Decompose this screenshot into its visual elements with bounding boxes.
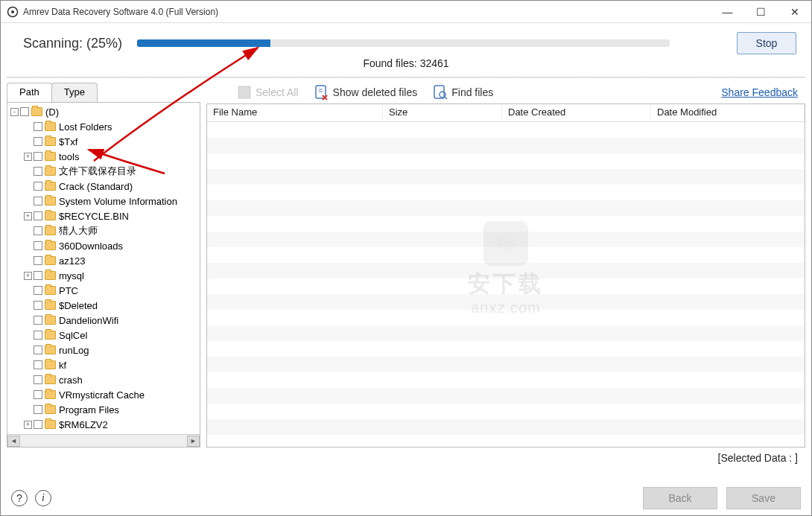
table-row[interactable] [207,294,805,310]
tree-item[interactable]: crash [7,372,200,387]
find-files-button[interactable]: Find files [432,84,493,101]
tree-item[interactable]: 360Downloads [7,238,200,253]
table-row[interactable] [207,341,805,357]
tree-item[interactable]: VRmysticraft Cache [7,387,200,402]
tree-checkbox[interactable] [34,211,42,220]
collapse-icon[interactable]: - [10,108,19,116]
tree-item[interactable]: $Deleted [7,298,200,313]
expand-icon[interactable]: + [24,212,32,220]
tree-checkbox[interactable] [34,390,42,399]
tree-checkbox[interactable] [34,360,42,369]
tree-item[interactable]: $Txf [7,134,200,149]
tree-item[interactable]: +mysql [7,268,200,283]
table-row[interactable] [207,138,805,153]
folder-icon [45,211,56,220]
tree-item[interactable]: PTC [7,283,200,298]
col-file-name[interactable]: File Name [207,104,383,121]
tree-item[interactable]: az123 [7,253,200,268]
tree-checkbox[interactable] [34,182,42,191]
table-row[interactable] [207,419,805,435]
tree-item-label: tools [59,151,79,162]
tree-item[interactable]: +$RECYCLE.BIN [7,208,200,223]
tree-item-label: crash [59,375,83,386]
table-row[interactable] [207,357,805,372]
table-row[interactable] [207,404,805,419]
table-row[interactable] [207,388,805,404]
share-feedback-link[interactable]: Share Feedback [721,86,802,98]
expand-icon[interactable]: + [24,421,32,429]
tree-item[interactable]: SqlCel [7,328,200,343]
table-row[interactable] [207,232,805,247]
folder-icon [45,137,56,146]
table-row[interactable] [207,372,805,388]
table-body[interactable] [207,122,805,447]
tree-checkbox[interactable] [34,256,42,265]
tree-item-label: (D) [45,106,59,118]
expand-icon[interactable]: + [24,153,32,161]
col-date-modified[interactable]: Date Modified [651,104,805,121]
tree-checkbox[interactable] [34,331,42,340]
tree-checkbox[interactable] [34,167,42,176]
tree-item[interactable]: Lost Folders [7,119,200,134]
help-button[interactable]: ? [11,490,28,506]
table-row[interactable] [207,278,805,294]
file-toolbar: Select All Show deleted files Find files… [206,83,805,102]
folder-tree[interactable]: -(D)Lost Folders$Txf+tools文件下载保存目录Crack … [7,102,200,447]
tree-checkbox[interactable] [34,375,42,384]
table-row[interactable] [207,263,805,278]
tree-item[interactable]: DandelionWifi [7,313,200,328]
tree-item[interactable]: System Volume Information [7,194,200,208]
table-row[interactable] [207,216,805,232]
tree-checkbox[interactable] [34,286,42,295]
info-button[interactable]: i [35,490,51,506]
maximize-button[interactable]: ☐ [744,1,778,23]
tree-checkbox[interactable] [34,226,42,235]
col-date-created[interactable]: Date Created [502,104,651,121]
tree-checkbox[interactable] [34,345,42,354]
folder-icon [45,331,56,340]
scroll-right-icon[interactable]: ► [187,436,200,447]
tab-path[interactable]: Path [7,83,52,102]
tree-horizontal-scrollbar[interactable]: ◄ ► [7,434,200,447]
tree-checkbox[interactable] [34,271,42,280]
back-button[interactable]: Back [643,487,717,509]
table-row[interactable] [207,200,805,216]
tree-item[interactable]: +$RM6LZV2 [7,417,200,432]
table-row[interactable] [207,310,805,325]
tree-item[interactable]: Program Files [7,402,200,417]
tree-checkbox[interactable] [34,197,42,206]
table-row[interactable] [207,122,805,138]
col-size[interactable]: Size [383,104,502,121]
table-row[interactable] [207,169,805,185]
tree-checkbox[interactable] [34,405,42,414]
tree-item[interactable]: -(D) [7,104,200,119]
tab-type[interactable]: Type [51,83,98,102]
tree-checkbox[interactable] [34,301,42,310]
tree-checkbox[interactable] [34,137,42,146]
table-row[interactable] [207,325,805,341]
tree-item[interactable]: kf [7,357,200,372]
stop-button[interactable]: Stop [737,32,796,54]
table-row[interactable] [207,185,805,200]
tree-checkbox[interactable] [34,316,42,325]
tree-item[interactable]: 文件下载保存目录 [7,164,200,179]
tree-item-label: $RECYCLE.BIN [59,211,129,222]
close-button[interactable]: ✕ [778,1,811,23]
tree-item[interactable]: +tools [7,149,200,164]
show-deleted-button[interactable]: Show deleted files [314,84,418,101]
expand-icon[interactable]: + [24,272,32,280]
table-row[interactable] [207,153,805,169]
tree-checkbox[interactable] [34,122,42,131]
table-row[interactable] [207,247,805,263]
tree-item[interactable]: 猎人大师 [7,223,200,238]
tree-checkbox[interactable] [34,241,42,250]
save-button[interactable]: Save [726,487,801,509]
tree-checkbox[interactable] [20,107,29,116]
tree-checkbox[interactable] [34,152,42,161]
tree-item[interactable]: Crack (Standard) [7,179,200,194]
tree-checkbox[interactable] [34,420,42,429]
tree-item[interactable]: runLog [7,343,200,357]
scroll-left-icon[interactable]: ◄ [7,436,20,447]
select-all-button: Select All [236,84,299,101]
minimize-button[interactable]: — [711,1,744,23]
